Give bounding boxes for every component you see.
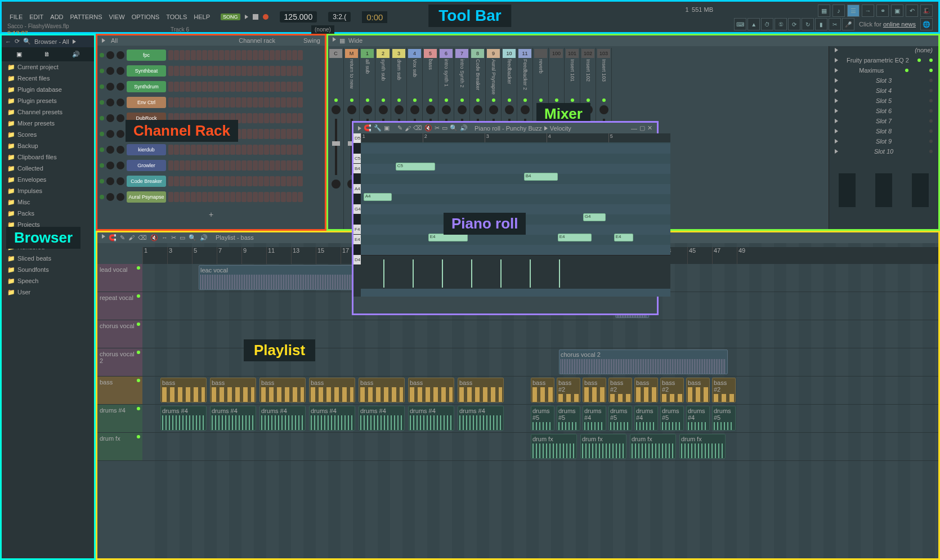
cr-vol-knob[interactable] xyxy=(117,51,124,59)
pl-mute-icon[interactable]: 🔇 xyxy=(150,234,158,241)
menu-view[interactable]: VIEW xyxy=(107,12,127,21)
fx-slot-slot-4[interactable]: Slot 4 xyxy=(829,86,938,96)
browser-item-plugin-database[interactable]: 📁Plugin database xyxy=(2,84,94,95)
clip-drums4-10[interactable]: drums #4 xyxy=(686,406,710,431)
track-led[interactable] xyxy=(476,98,480,102)
pl-brush-icon[interactable]: 🖌 xyxy=(128,234,135,241)
cr-mute-led[interactable] xyxy=(100,147,104,152)
stop-icon[interactable] xyxy=(253,14,258,20)
track-led[interactable] xyxy=(397,98,401,102)
clip-bass-4[interactable]: bass xyxy=(309,378,355,402)
globe-icon[interactable]: 🌐 xyxy=(920,18,933,30)
pr-keyboard[interactable]: D5C5B4A4G4F4E4D4 xyxy=(353,133,361,297)
piano-key[interactable] xyxy=(353,214,361,225)
news-text[interactable]: Click for online news xyxy=(859,21,916,28)
pr-min-icon[interactable]: — xyxy=(631,125,637,132)
fx-slot-slot-6[interactable]: Slot 6 xyxy=(829,106,938,116)
note-G4[interactable]: G4 xyxy=(583,213,606,221)
pr-pencil-icon[interactable]: ✎ xyxy=(397,124,402,132)
pr-velocity-label[interactable]: Velocity xyxy=(550,125,571,132)
fx-dropdown-icon[interactable] xyxy=(835,48,838,52)
cr-pan-knob[interactable] xyxy=(106,51,114,59)
pl-zoom-icon[interactable]: 🔍 xyxy=(189,234,196,241)
fx-enable-led[interactable] xyxy=(905,69,908,72)
browser-item-backup[interactable]: 📁Backup xyxy=(2,140,94,151)
fx-slot-slot-3[interactable]: Slot 3 xyxy=(829,75,938,86)
cr-steps[interactable] xyxy=(168,50,323,60)
pr-stamp-icon[interactable]: ▣ xyxy=(384,124,390,132)
browser-item-current-project[interactable]: 📁Current project xyxy=(2,61,94,73)
track-pan-knob[interactable] xyxy=(347,105,356,114)
clip-drums-3[interactable]: drums #4 xyxy=(259,406,306,431)
fx-enable-led[interactable] xyxy=(929,119,933,123)
pl-menu-icon[interactable] xyxy=(102,234,105,239)
pl-slip-icon[interactable]: ↔ xyxy=(162,234,168,241)
menu-tools[interactable]: TOOLS xyxy=(164,12,189,21)
browser-dropdown-icon[interactable] xyxy=(73,39,76,44)
pr-ruler[interactable]: 12345 xyxy=(361,133,670,142)
pr-select-icon[interactable]: ▭ xyxy=(442,124,447,132)
fx-slot-slot-7[interactable]: Slot 7 xyxy=(829,116,938,126)
snap-none[interactable]: (none) xyxy=(311,25,334,34)
menu-edit[interactable]: EDIT xyxy=(27,12,46,21)
mixer-menu-icon[interactable] xyxy=(333,37,336,42)
mixer-icon[interactable]: → xyxy=(862,5,874,17)
menu-patterns[interactable]: PATTERNS xyxy=(68,12,105,21)
pl-play-icon[interactable]: 🔊 xyxy=(200,234,208,241)
cr-channel-button[interactable]: Synthdrum xyxy=(127,81,166,92)
track-pan-knob[interactable] xyxy=(395,105,404,114)
cr-channel-button[interactable]: kierdub xyxy=(127,144,166,155)
track-mute-led[interactable] xyxy=(137,407,140,410)
clip-drumfx-3[interactable]: drum fx xyxy=(630,434,676,459)
cr-vol-knob[interactable] xyxy=(117,98,124,106)
cr-mute-led[interactable] xyxy=(100,53,104,57)
cr-channel-button[interactable]: Growler xyxy=(127,160,166,171)
song-mode-button[interactable]: SONG xyxy=(221,14,240,20)
pr-target-dropdown[interactable] xyxy=(544,126,548,131)
pl-track-lead-vocal[interactable]: lead vocal xyxy=(97,264,142,292)
browser-audio-icon[interactable]: 🔊 xyxy=(72,51,80,58)
track-pan-knob[interactable] xyxy=(442,105,451,114)
pr-zoom-icon[interactable]: 🔍 xyxy=(450,124,458,132)
pr-max-icon[interactable]: ▢ xyxy=(639,124,645,132)
fx-enable-led[interactable] xyxy=(929,129,933,133)
cr-pan-knob[interactable] xyxy=(106,193,114,201)
cr-channel-button[interactable]: Code Breaker xyxy=(127,176,166,187)
fx-slot-slot-10[interactable]: Slot 10 xyxy=(829,146,938,156)
note-C5[interactable]: C5 xyxy=(396,163,435,171)
tempo-display[interactable]: 125.000 xyxy=(280,11,317,23)
clip-drums4-8[interactable]: drums #4 xyxy=(583,406,606,431)
clip-drumfx-1[interactable]: drum fx xyxy=(531,434,577,459)
fx-enable-led[interactable] xyxy=(929,99,933,102)
cr-mute-led[interactable] xyxy=(100,69,104,73)
fx-slot-fruity-parametric-eq-2[interactable]: Fruity parametric EQ 2 xyxy=(829,55,938,65)
clip-bass2-3[interactable]: bass #2 xyxy=(660,378,684,402)
pl-track-repeat-vocal[interactable]: repeat vocal xyxy=(97,292,142,320)
cr-steps[interactable] xyxy=(168,82,323,92)
cr-vol-knob[interactable] xyxy=(117,193,124,201)
fx-eq-mid[interactable] xyxy=(875,173,892,207)
clip-drums5-3[interactable]: drums #5 xyxy=(608,406,632,431)
cr-pan-knob[interactable] xyxy=(106,130,114,138)
track-pan-knob[interactable] xyxy=(599,105,608,114)
cr-mute-led[interactable] xyxy=(100,116,104,120)
clip-drums-4[interactable]: drums #4 xyxy=(309,406,355,431)
pl-track-chorus-vocal[interactable]: chorus vocal xyxy=(97,320,142,348)
cr-pan-knob[interactable] xyxy=(106,83,114,91)
note-E4[interactable]: E4 xyxy=(428,234,468,241)
clip-drums-5[interactable]: drums #4 xyxy=(359,406,405,431)
browser-refresh-icon[interactable]: ⟳ xyxy=(15,38,20,45)
pr-magnet-icon[interactable]: 🧲 xyxy=(364,124,371,132)
fx-slot-slot-8[interactable]: Slot 8 xyxy=(829,126,938,136)
browser-item-packs[interactable]: 📁Packs xyxy=(2,208,94,219)
about-icon[interactable]: 🎩 xyxy=(920,5,933,17)
clip-drumfx-2[interactable]: drum fx xyxy=(580,434,626,459)
track-led[interactable] xyxy=(539,98,543,102)
track-mute-led[interactable] xyxy=(137,322,140,326)
clip-bass-1[interactable]: bass xyxy=(160,378,207,402)
clip-drums5-4[interactable]: drums #5 xyxy=(660,406,684,431)
track-pan-knob[interactable] xyxy=(363,105,372,114)
browser-item-envelopes[interactable]: 📁Envelopes xyxy=(2,174,94,185)
cr-steps[interactable] xyxy=(168,145,323,155)
cr-mute-led[interactable] xyxy=(100,84,104,89)
